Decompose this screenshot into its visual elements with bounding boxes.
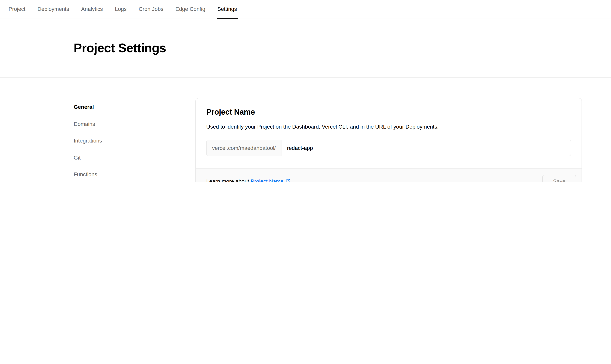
- project-name-url-prefix: vercel.com/maedahbatool/: [207, 140, 281, 156]
- sidebar-item-general[interactable]: General: [74, 103, 94, 111]
- page-header: Project Settings: [0, 19, 611, 78]
- learn-more-note: Learn more about Project Name: [206, 178, 291, 182]
- settings-main: Project Name Used to identify your Proje…: [195, 98, 582, 182]
- project-name-description: Used to identify your Project on the Das…: [206, 123, 571, 130]
- tab-settings[interactable]: Settings: [217, 0, 238, 19]
- content: General Domains Integrations Git Functio…: [0, 78, 611, 182]
- settings-sidebar: General Domains Integrations Git Functio…: [74, 98, 195, 182]
- vercel-project-settings-page: Project Deployments Analytics Logs Cron …: [0, 0, 611, 182]
- tab-analytics[interactable]: Analytics: [81, 0, 104, 19]
- tab-edge-config[interactable]: Edge Config: [175, 0, 206, 19]
- project-name-card: Project Name Used to identify your Proje…: [195, 98, 582, 182]
- sidebar-item-functions[interactable]: Functions: [74, 170, 97, 179]
- tab-cron-jobs[interactable]: Cron Jobs: [138, 0, 164, 19]
- top-nav: Project Deployments Analytics Logs Cron …: [0, 0, 611, 19]
- tab-logs[interactable]: Logs: [114, 0, 127, 19]
- learn-more-text: Learn more about: [206, 178, 249, 182]
- project-name-input[interactable]: [281, 140, 571, 156]
- project-name-card-footer: Learn more about Project Name: [196, 169, 582, 182]
- sidebar-item-integrations[interactable]: Integrations: [74, 136, 102, 145]
- project-name-doc-link[interactable]: Project Name: [251, 178, 291, 182]
- save-button[interactable]: Save: [542, 175, 576, 182]
- page-title: Project Settings: [74, 41, 166, 55]
- project-name-input-group: vercel.com/maedahbatool/: [206, 140, 571, 156]
- external-link-icon: [286, 178, 291, 182]
- project-name-title: Project Name: [206, 108, 571, 117]
- sidebar-item-domains[interactable]: Domains: [74, 119, 95, 128]
- sidebar-item-git[interactable]: Git: [74, 153, 81, 162]
- tab-project[interactable]: Project: [8, 0, 26, 19]
- tab-deployments[interactable]: Deployments: [37, 0, 70, 19]
